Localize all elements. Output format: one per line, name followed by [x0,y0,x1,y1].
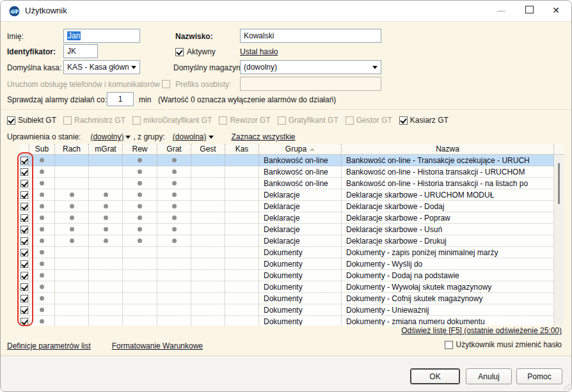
product-label-gratyfikant-gt: Gratyfikant GT [289,116,338,125]
row-checkbox[interactable] [20,237,28,245]
permission-row[interactable]: DokumentyDokumenty - Unieważnij [20,304,564,316]
column-header-mgrat[interactable]: mGrat [89,144,123,154]
row-checkbox-cell [20,258,29,269]
column-header-gest[interactable]: Gest [191,144,225,154]
scrollbar-thumb[interactable] [558,163,560,204]
select-all-link[interactable]: Zaznacz wszystkie [232,132,296,141]
cancel-button[interactable]: Anuluj [466,368,512,384]
vertical-scrollbar[interactable] [554,155,564,325]
formatowanie-warunkowe-link[interactable]: Formatowanie Warunkowe [112,341,203,350]
help-button[interactable]: Pomoc [516,368,562,384]
permission-row[interactable]: DeklaracjeDeklaracje skarbowe - Drukuj [20,235,564,247]
row-checkbox[interactable] [20,168,28,176]
ok-button[interactable]: OK [410,368,460,384]
product-checkbox-rewizor-gt[interactable] [219,116,227,125]
row-checkbox[interactable] [20,157,28,164]
group-filter-value: (dowolna) [173,132,207,141]
close-button[interactable]: ✕ [542,1,570,20]
alarmy-label: Sprawdzaj alarmy działań co: [7,93,107,106]
row-checkbox[interactable] [20,306,28,314]
maximize-button[interactable] [515,1,543,20]
row-checkbox[interactable] [20,214,28,222]
product-label-subiekt-gt: Subiekt GT [18,116,56,125]
product-label-gestor-gt: Gestor GT [356,116,392,125]
row-checkbox[interactable] [20,180,28,187]
dot-cell-mgrat [89,258,123,269]
prefiks-label: Prefiks osobisty: [175,78,231,91]
aktywny-checkbox[interactable] [175,48,184,56]
permission-row[interactable]: DokumentyDokumenty - Dodaj na podstawie [20,270,564,281]
row-checkbox[interactable] [20,226,28,233]
group-filter-dropdown[interactable]: (dowolna) [173,132,214,141]
row-checkbox[interactable] [20,283,28,291]
permission-row[interactable]: DokumentyDokumenty - Wywołaj skutek maga… [20,281,564,293]
permission-row[interactable]: DeklaracjeDeklaracje skarbowe - URUCHOM … [20,189,564,201]
permission-row[interactable]: DokumentyDokumenty - zapis poniżej minim… [20,247,564,258]
dot-cell-sub [29,247,55,258]
domyslny-magazyn-select[interactable]: (dowolny) [240,60,381,74]
domyslna-kasa-select[interactable]: KAS - Kasa główna [63,60,140,74]
product-label-mikrogratyfikant-gt: mikroGratyfikant GT [143,116,212,125]
dot-cell-rach [55,212,89,223]
column-header-rach[interactable]: Rach [55,144,89,154]
row-checkbox[interactable] [20,318,28,325]
dot-cell-gest [191,247,225,258]
nazwa-cell: Bankowość on-line - Historia transakcji … [342,178,554,189]
product-checkbox-gratyfikant-gt[interactable] [278,116,286,125]
dot-cell-kas [225,155,259,166]
nazwisko-input[interactable] [240,29,381,43]
column-header-rew[interactable]: Rew [123,144,157,154]
permission-row[interactable]: DokumentyDokumenty - zmiana numeru dokum… [20,316,564,325]
imie-label: Imię: [7,30,24,43]
refresh-list-link[interactable]: Odśwież listę [F5] (ostatnie odświeżenie… [401,326,562,335]
product-dot-icon [138,216,142,220]
permission-row[interactable]: Bankowość on-lineBankowość on-line - His… [20,178,564,189]
dot-cell-rach [55,178,89,189]
prefiks-input[interactable] [240,77,381,91]
dot-cell-kas [225,201,259,212]
dot-cell-sub [29,155,55,166]
permissions-label: Uprawnienia o stanie: [7,132,81,141]
row-checkbox[interactable] [20,272,28,279]
column-header-kas[interactable]: Kas [225,144,259,154]
product-checkbox-gestor-gt[interactable] [346,116,354,125]
minimize-button[interactable]: — [487,1,515,20]
row-checkbox[interactable] [20,191,28,199]
state-filter-dropdown[interactable]: (dowolny) [90,132,131,141]
dot-cell-gest [191,212,225,223]
product-checkbox-mikrogratyfikant-gt[interactable] [132,116,141,125]
identyfikator-input[interactable] [63,44,98,58]
row-checkbox[interactable] [20,295,28,302]
permission-row[interactable]: DokumentyDokumenty - Wyślij do [20,258,564,270]
product-kasiarz-gt: Kasiarz GT [399,116,449,125]
permission-row[interactable]: Bankowość on-lineBankowość on-line - Tra… [20,155,564,166]
column-header-grupa[interactable]: Grupa [259,144,342,154]
must-change-password-checkbox[interactable] [445,341,453,349]
row-checkbox[interactable] [20,249,28,256]
product-checkbox-kasiarz-gt[interactable] [399,116,408,125]
permission-row[interactable]: Bankowość on-lineBankowość on-line - His… [20,166,564,178]
ustal-haslo-link[interactable]: Ustal hasło [240,45,278,58]
permission-row[interactable]: DeklaracjeDeklaracje skarbowe - Usuń [20,224,564,235]
dot-cell-sub [29,270,55,281]
dot-cell-grat [157,316,191,325]
telefony-checkbox[interactable] [162,80,170,88]
permission-row[interactable]: DokumentyDokumenty - Cofnij skutek magaz… [20,293,564,304]
product-checkbox-subiekt-gt[interactable] [7,116,15,125]
product-dot-icon [172,192,177,197]
imie-input[interactable]: Jan [63,29,140,43]
row-checkbox[interactable] [20,203,28,210]
resize-grip[interactable] [562,382,570,390]
column-header-grat[interactable]: Grat [157,144,191,154]
column-header-nazwa[interactable]: Nazwa [342,144,554,154]
definicje-parametrow-link[interactable]: Definicje parametrów list [7,341,91,350]
row-checkbox[interactable] [20,260,28,268]
product-checkbox-rachmistrz-gt[interactable] [63,116,72,125]
permission-row[interactable]: DeklaracjeDeklaracje skarbowe - Popraw [20,212,564,224]
alarmy-input[interactable] [107,92,134,106]
dot-cell-kas [225,212,259,223]
column-header-sub[interactable]: Sub [29,144,55,154]
column-header-checkbox[interactable] [20,144,29,154]
permission-row[interactable]: DeklaracjeDeklaracje skarbowe - Dodaj [20,201,564,212]
dot-cell-sub [29,166,55,177]
